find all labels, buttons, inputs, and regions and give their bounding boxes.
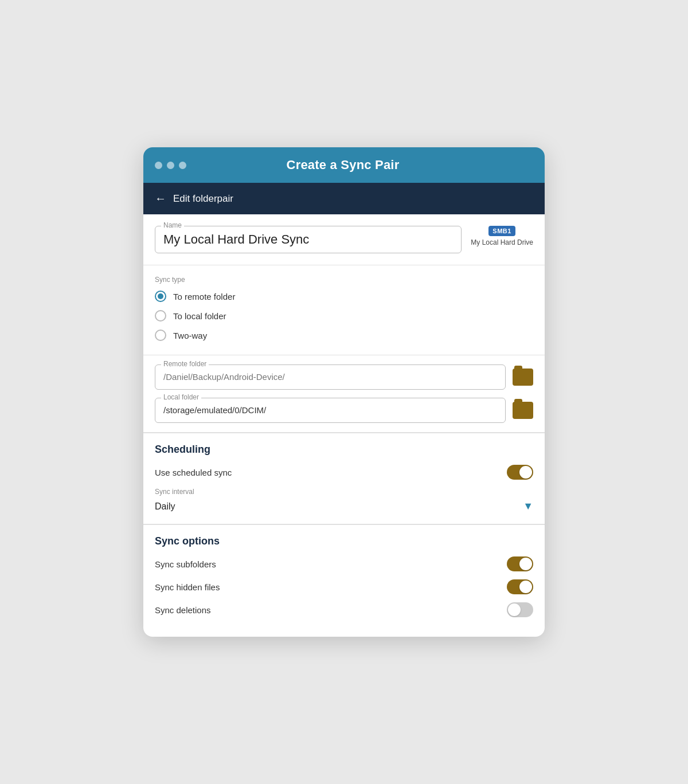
top-section: Name SMB1 My Local Hard Drive bbox=[143, 214, 545, 265]
app-window: Create a Sync Pair ← Edit folderpair Nam… bbox=[143, 147, 545, 637]
sub-header: ← Edit folderpair bbox=[143, 183, 545, 214]
name-input[interactable] bbox=[163, 232, 453, 247]
smb-icon-wrapper: SMB1 My Local Hard Drive bbox=[471, 226, 533, 248]
sync-deletions-label: Sync deletions bbox=[155, 605, 211, 615]
radio-circle-remote bbox=[155, 291, 166, 302]
sync-subfolders-row: Sync subfolders bbox=[155, 556, 533, 571]
remote-folder-box: Remote folder bbox=[155, 364, 506, 390]
use-scheduled-sync-label: Use scheduled sync bbox=[155, 468, 232, 477]
sync-hidden-files-row: Sync hidden files bbox=[155, 579, 533, 594]
sync-options-section: Sync options Sync subfolders Sync hidden… bbox=[143, 525, 545, 637]
window-dot-3 bbox=[179, 162, 186, 169]
window-controls bbox=[155, 162, 186, 169]
sub-header-title: Edit folderpair bbox=[173, 193, 233, 205]
scheduling-section: Scheduling Use scheduled sync Sync inter… bbox=[143, 433, 545, 524]
sync-subfolders-knob bbox=[519, 558, 532, 570]
title-bar: Create a Sync Pair bbox=[143, 147, 545, 183]
use-scheduled-sync-row: Use scheduled sync bbox=[155, 465, 533, 480]
local-folder-legend: Local folder bbox=[161, 393, 201, 401]
remote-folder-browse-button[interactable] bbox=[513, 369, 533, 386]
name-field-box: Name bbox=[155, 226, 462, 253]
radio-to-remote[interactable]: To remote folder bbox=[155, 291, 533, 302]
sync-deletions-knob bbox=[508, 603, 521, 616]
sync-deletions-row: Sync deletions bbox=[155, 602, 533, 617]
sync-type-section: Sync type To remote folder To local fold… bbox=[143, 265, 545, 355]
local-folder-input[interactable] bbox=[163, 405, 497, 415]
name-field-wrapper: Name bbox=[155, 226, 462, 253]
folder-section: Remote folder Local folder bbox=[143, 355, 545, 433]
use-scheduled-sync-knob bbox=[519, 466, 532, 479]
radio-to-local[interactable]: To local folder bbox=[155, 310, 533, 322]
radio-label-local: To local folder bbox=[173, 311, 226, 321]
remote-folder-legend: Remote folder bbox=[161, 360, 209, 368]
sync-deletions-toggle[interactable] bbox=[507, 602, 533, 617]
remote-folder-row: Remote folder bbox=[155, 364, 533, 390]
sync-type-legend: Sync type bbox=[155, 276, 533, 284]
remote-folder-input[interactable] bbox=[163, 372, 497, 382]
sync-subfolders-toggle[interactable] bbox=[507, 556, 533, 571]
local-folder-box: Local folder bbox=[155, 398, 506, 423]
sync-interval-arrow-icon: ▼ bbox=[523, 500, 533, 512]
back-button[interactable]: ← bbox=[155, 192, 166, 205]
local-folder-row: Local folder bbox=[155, 398, 533, 423]
title-bar-title: Create a Sync Pair bbox=[287, 158, 400, 173]
smb-badge: SMB1 bbox=[488, 226, 515, 236]
sync-hidden-files-knob bbox=[519, 581, 532, 593]
window-dot-2 bbox=[167, 162, 174, 169]
sync-hidden-files-toggle[interactable] bbox=[507, 579, 533, 594]
smb-label: My Local Hard Drive bbox=[471, 238, 533, 248]
sync-options-title: Sync options bbox=[155, 535, 533, 547]
radio-label-remote: To remote folder bbox=[173, 292, 235, 301]
radio-two-way[interactable]: Two-way bbox=[155, 330, 533, 341]
radio-circle-twoway bbox=[155, 330, 166, 341]
scheduling-title: Scheduling bbox=[155, 444, 533, 456]
local-folder-browse-button[interactable] bbox=[513, 402, 533, 419]
sync-hidden-files-label: Sync hidden files bbox=[155, 582, 220, 592]
radio-circle-local bbox=[155, 310, 166, 322]
use-scheduled-sync-toggle[interactable] bbox=[507, 465, 533, 480]
window-dot-1 bbox=[155, 162, 162, 169]
radio-label-twoway: Two-way bbox=[173, 331, 207, 340]
sync-interval-label: Sync interval bbox=[155, 488, 533, 496]
sync-subfolders-label: Sync subfolders bbox=[155, 559, 216, 569]
sync-interval-value: Daily bbox=[155, 501, 175, 512]
sync-interval-dropdown[interactable]: Daily ▼ bbox=[155, 498, 533, 515]
name-field-legend: Name bbox=[161, 221, 184, 229]
